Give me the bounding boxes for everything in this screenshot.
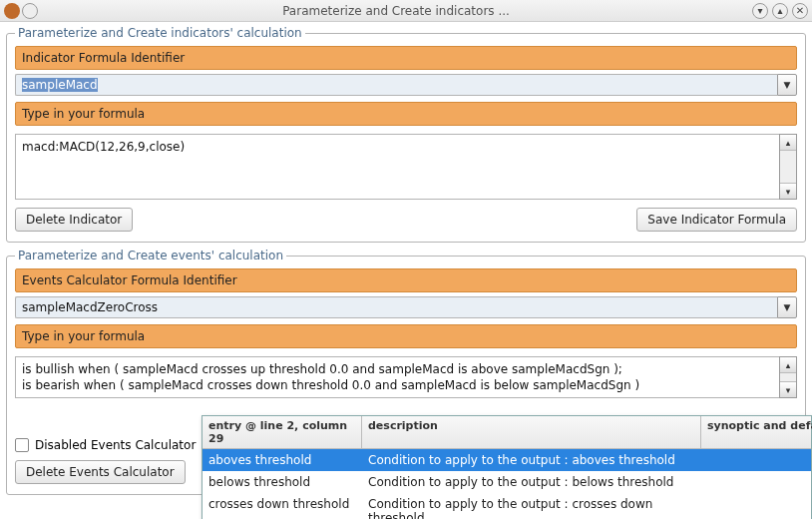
autocomplete-body: aboves thresholdCondition to apply to th… [203,449,811,519]
delete-indicator-button[interactable]: Delete Indicator [15,208,133,232]
window-title: Parameterize and Create indicators ... [44,4,748,18]
autocomplete-entry: crosses down threshold [203,496,362,519]
events-identifier-combo[interactable]: sampleMacdZeroCross ▼ [15,296,797,318]
autocomplete-row[interactable]: aboves thresholdCondition to apply to th… [203,449,811,471]
disabled-events-label: Disabled Events Calculator [35,438,196,452]
scrollbar[interactable]: ▴ ▾ [779,356,797,398]
autocomplete-synoptic [701,452,812,468]
autocomplete-row[interactable]: crosses down thresholdCondition to apply… [203,493,811,519]
events-type-label: Type in your formula [15,324,797,348]
events-identifier-value[interactable]: sampleMacdZeroCross [15,296,777,318]
autocomplete-entry: belows threshold [203,474,362,490]
autocomplete-synoptic [701,496,812,519]
autocomplete-popup: entry @ line 2, column 29 description sy… [202,415,812,519]
events-legend: Parameterize and Create events' calculat… [15,249,286,262]
column-synoptic[interactable]: synoptic and defaul [701,416,812,448]
indicator-identifier-combo[interactable]: sampleMacd ▼ [15,74,797,96]
maximize-button[interactable]: ▴ [772,3,788,19]
indicators-legend: Parameterize and Create indicators' calc… [15,26,305,40]
circle-icon [22,3,38,19]
indicator-identifier-value[interactable]: sampleMacd [15,74,777,96]
indicator-formula-textarea[interactable]: macd:MACD(12,26,9,close) [15,134,779,200]
disabled-events-row: Disabled Events Calculator [15,438,196,452]
titlebar: Parameterize and Create indicators ... ▾… [0,0,812,22]
scroll-up-icon[interactable]: ▴ [780,357,796,373]
scrollbar[interactable]: ▴ ▾ [779,134,797,200]
delete-events-calculator-button[interactable]: Delete Events Calculator [15,460,186,484]
chevron-down-icon[interactable]: ▼ [777,74,797,96]
autocomplete-row[interactable]: belows thresholdCondition to apply to th… [203,471,811,493]
autocomplete-header: entry @ line 2, column 29 description sy… [203,416,811,449]
indicator-type-label: Type in your formula [15,102,797,126]
scroll-down-icon[interactable]: ▾ [780,381,796,397]
indicator-button-row: Delete Indicator Save Indicator Formula [15,208,797,232]
autocomplete-synoptic [701,474,812,490]
autocomplete-desc: Condition to apply to the output : cross… [362,496,701,519]
autocomplete-desc: Condition to apply to the output : above… [362,452,701,468]
events-identifier-label: Events Calculator Formula Identifier [15,268,797,292]
scroll-track[interactable] [780,373,796,381]
column-entry[interactable]: entry @ line 2, column 29 [203,416,362,448]
disabled-events-checkbox[interactable] [15,438,29,452]
autocomplete-entry: aboves threshold [203,452,362,468]
scroll-track[interactable] [780,151,796,183]
column-description[interactable]: description [362,416,701,448]
events-formula-wrap: is bullish when ( sampleMacd crosses up … [15,356,797,398]
indicator-identifier-label: Indicator Formula Identifier [15,46,797,70]
scroll-down-icon[interactable]: ▾ [780,183,796,199]
indicators-group: Parameterize and Create indicators' calc… [6,26,806,243]
chevron-down-icon[interactable]: ▼ [777,296,797,318]
close-button[interactable]: ✕ [792,3,808,19]
events-formula-textarea[interactable]: is bullish when ( sampleMacd crosses up … [15,356,779,398]
autocomplete-desc: Condition to apply to the output : below… [362,474,701,490]
minimize-button[interactable]: ▾ [752,3,768,19]
scroll-up-icon[interactable]: ▴ [780,135,796,151]
save-indicator-button[interactable]: Save Indicator Formula [636,208,797,232]
app-icon [4,3,20,19]
indicator-formula-wrap: macd:MACD(12,26,9,close) ▴ ▾ [15,134,797,200]
events-left-col: Disabled Events Calculator Delete Events… [15,406,196,484]
